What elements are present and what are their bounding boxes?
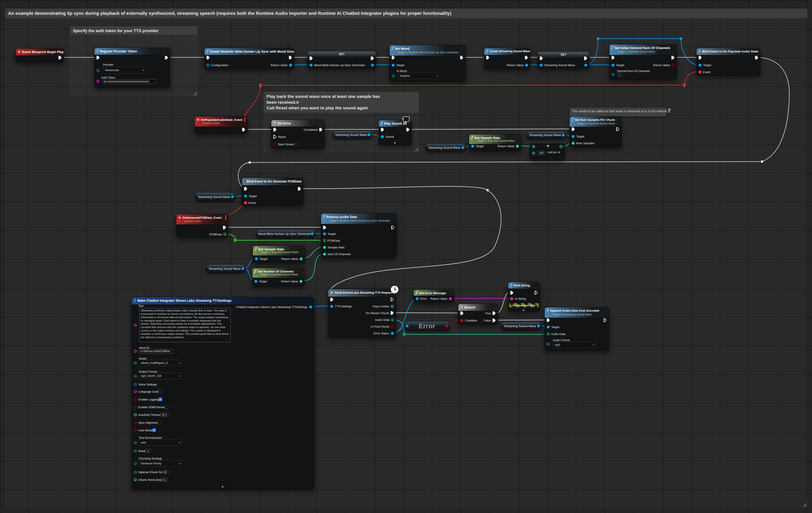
text-input[interactable]: 20.0 [161, 413, 169, 417]
exec-pin[interactable] [273, 128, 277, 132]
exec-pin[interactable] [572, 127, 575, 131]
output-pin[interactable] [461, 146, 464, 149]
event-binding-badge[interactable] [225, 215, 226, 220]
get-sample-rate-bottom[interactable]: ƒGet Sample RateTarget is Imported Sound… [253, 246, 305, 263]
play-sound-2d[interactable]: ƒPlay Sound 2DSound▾ϟ [379, 120, 412, 145]
data-pin[interactable] [134, 471, 137, 474]
data-pin[interactable] [323, 246, 326, 249]
data-pin[interactable] [96, 80, 99, 83]
exec-pin[interactable] [242, 128, 245, 132]
on-generate-pcmdata-event[interactable]: ◈OnGeneratePCMData_EventCustom EventPCMD… [176, 214, 228, 237]
data-pin[interactable] [134, 324, 137, 327]
data-pin[interactable] [572, 142, 575, 145]
data-pin[interactable] [299, 280, 302, 283]
branch[interactable]: ⇉BranchTrueConditionFalse [458, 304, 498, 324]
output-pin[interactable] [241, 267, 244, 270]
exec-pin[interactable] [699, 56, 702, 59]
process-audio-data[interactable]: ƒProcess Audio DataTarget is Realistic M… [321, 213, 397, 257]
data-pin[interactable] [255, 257, 258, 260]
data-pin[interactable] [134, 406, 137, 408]
data-pin[interactable] [300, 257, 302, 260]
exec-pin[interactable] [390, 298, 394, 301]
checkbox[interactable]: ✓ [158, 398, 162, 401]
exec-pin[interactable] [604, 318, 607, 322]
do-once[interactable]: ①Do OnceCompletedResetStart Closed [271, 120, 325, 149]
expand-up-icon[interactable]: ▴ [222, 484, 224, 488]
data-pin[interactable] [471, 145, 474, 148]
exec-pin[interactable] [392, 56, 395, 59]
data-pin[interactable] [391, 325, 394, 328]
dropdown[interactable]: mp3_44100_128▾ [139, 373, 182, 379]
exec-pin[interactable] [381, 128, 384, 132]
data-pin[interactable] [134, 375, 137, 377]
var-streaming-sound-wave-2[interactable]: Streaming Sound Wave [425, 143, 466, 152]
data-pin[interactable] [330, 305, 333, 308]
expand-down-icon[interactable]: ▾ [394, 141, 396, 144]
data-pin[interactable] [134, 413, 137, 416]
create-realistic-lipsync[interactable]: ƒCreate Realistic Meta Human Lip Sync wi… [204, 48, 294, 69]
data-pin[interactable] [134, 462, 137, 465]
data-pin[interactable] [612, 64, 614, 66]
dropdown[interactable]: eleven_multilingual_v2▾ [139, 360, 182, 366]
exec-pin[interactable] [616, 127, 619, 131]
data-pin[interactable] [207, 64, 209, 66]
output-pin[interactable] [445, 325, 448, 327]
data-pin[interactable] [289, 64, 292, 66]
dropdown[interactable]: ElevenLabs▾ [103, 67, 146, 74]
dropdown[interactable]: Sentence Priority▾ [139, 460, 182, 467]
text-input[interactable] [158, 390, 163, 394]
resize-grip[interactable] [803, 503, 807, 507]
text-input[interactable]: sk-xxxxxxxxxxxxxxxxxxxxxxxxxxxxxxx [103, 79, 157, 84]
var-streaming-sound-wave-4[interactable]: Streaming Sound Wave [195, 192, 236, 201]
checkbox[interactable] [158, 421, 161, 424]
exec-pin[interactable] [460, 56, 463, 59]
var-streaming-sound-wave-1[interactable]: Streaming Sound Wave [332, 131, 372, 139]
exec-pin[interactable] [371, 56, 374, 60]
set-mood[interactable]: ƒSet MoodTarget is Realistic Meta Human … [389, 45, 465, 81]
send-elevenlabs-streaming-tts-request[interactable]: Send ElevenLabs Streaming TTS RequestTTS… [328, 289, 396, 337]
data-pin[interactable] [134, 390, 137, 393]
exec-pin[interactable] [671, 56, 674, 59]
data-pin[interactable] [392, 75, 395, 77]
output-pin[interactable] [231, 196, 234, 198]
var-streaming-sound-wave-3[interactable]: Streaming Sound Wave [526, 131, 566, 139]
exec-pin[interactable] [525, 56, 528, 59]
resize-grip[interactable] [193, 92, 197, 95]
resize-grip[interactable] [415, 148, 418, 151]
data-pin[interactable] [309, 306, 312, 309]
exec-pin[interactable] [319, 128, 322, 132]
exec-pin[interactable] [298, 187, 301, 191]
exec-pin[interactable] [612, 56, 615, 59]
array-pin[interactable] [323, 239, 326, 242]
checkbox[interactable] [165, 405, 168, 409]
exec-pin[interactable] [390, 311, 394, 315]
array-pin[interactable] [224, 233, 226, 235]
exec-pin[interactable] [273, 135, 277, 139]
register-provider-token[interactable]: ƒRegister Provider TokenProviderElevenLa… [94, 48, 170, 88]
data-pin[interactable] [532, 145, 535, 148]
data-pin[interactable] [244, 195, 247, 198]
data-pin[interactable] [510, 297, 513, 300]
divide-node[interactable]: 100÷Add pin ⊕ [530, 144, 565, 160]
event-delegate-pin[interactable] [699, 70, 701, 73]
data-pin[interactable] [134, 362, 137, 365]
data-pin[interactable] [525, 64, 528, 66]
data-pin[interactable] [381, 135, 384, 138]
data-pin[interactable] [371, 64, 374, 66]
exec-pin[interactable] [534, 291, 538, 294]
data-pin[interactable] [323, 253, 326, 256]
array-pin[interactable] [547, 333, 549, 335]
data-pin[interactable] [449, 297, 452, 300]
set-initial-desired-num-channels[interactable]: ƒSet Initial Desired Num Of ChannelsTarg… [609, 44, 677, 80]
data-pin[interactable] [310, 64, 313, 66]
note-10ms[interactable]: This needs to be called so that audio is… [569, 108, 667, 117]
data-pin[interactable] [134, 350, 137, 352]
data-pin[interactable] [391, 305, 394, 308]
text-input[interactable]: -1 [145, 449, 151, 453]
checkbox[interactable]: ✓ [152, 428, 156, 432]
data-pin[interactable] [572, 135, 575, 138]
data-pin[interactable] [540, 64, 543, 66]
data-pin[interactable] [134, 429, 137, 432]
set-streaming-sound-wave-var[interactable]: SETStreaming Sound Wave [538, 52, 589, 68]
data-pin[interactable] [134, 421, 137, 424]
